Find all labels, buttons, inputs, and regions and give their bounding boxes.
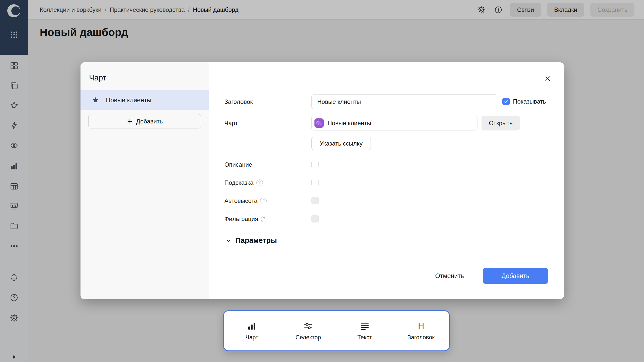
params-section-label: Параметры — [235, 236, 277, 245]
toolbar-item-heading[interactable]: H Заголовок — [393, 311, 449, 350]
filtering-label: Фильтрация ? — [224, 215, 267, 223]
chart-icon — [247, 321, 257, 331]
selector-icon — [303, 321, 313, 331]
toolbar-item-text[interactable]: Текст — [337, 311, 393, 350]
description-checkbox[interactable] — [311, 161, 319, 168]
heading-icon: H — [418, 321, 424, 331]
widget-tab-item[interactable]: Новые клиенты — [80, 90, 209, 110]
hint-label: Подсказка ? — [224, 178, 263, 187]
show-title-label: Показывать — [513, 98, 546, 105]
cancel-button[interactable]: Отменить — [426, 268, 473, 284]
autoheight-checkbox[interactable] — [311, 197, 319, 204]
plus-icon — [127, 118, 133, 125]
specify-link-button[interactable]: Указать ссылку — [311, 137, 371, 150]
chevron-down-icon — [225, 237, 232, 244]
add-tab-button[interactable]: Добавить — [88, 114, 201, 128]
chart-select-field[interactable]: QL Новые клиенты — [311, 116, 477, 130]
toolbar-item-chart[interactable]: Чарт — [224, 311, 280, 350]
check-icon — [504, 99, 509, 104]
chart-select-value: Новые клиенты — [328, 120, 371, 127]
text-icon — [359, 321, 370, 331]
close-icon[interactable] — [542, 73, 553, 84]
title-input[interactable] — [311, 94, 497, 109]
ql-badge: QL — [314, 118, 324, 128]
params-section-toggle[interactable]: Параметры — [225, 236, 277, 245]
description-label: Описание — [224, 160, 252, 169]
hint-question-icon[interactable]: ? — [256, 179, 263, 186]
open-chart-button[interactable]: Открыть — [481, 116, 520, 130]
autoheight-label: Автовысота ? — [224, 197, 267, 205]
add-widget-button[interactable]: Добавить — [483, 268, 548, 284]
show-title-control: Показывать — [502, 98, 546, 105]
show-title-checkbox[interactable] — [502, 98, 510, 105]
title-label: Заголовок — [224, 94, 253, 109]
autoheight-question-icon[interactable]: ? — [260, 198, 267, 204]
widget-tab-label: Новые клиенты — [106, 97, 151, 104]
filtering-checkbox[interactable] — [311, 215, 319, 222]
widget-toolbar: Чарт Селектор Текст H Заголовок — [223, 310, 450, 351]
star-icon — [92, 96, 99, 104]
dialog-title: Чарт — [89, 73, 106, 82]
dialog-tabs-panel: Чарт Новые клиенты Добавить — [80, 62, 209, 299]
toolbar-item-selector[interactable]: Селектор — [280, 311, 336, 350]
hint-checkbox[interactable] — [311, 179, 319, 186]
chart-label: Чарт — [224, 116, 238, 130]
chart-widget-dialog: Чарт Новые клиенты Добавить Заголовок По… — [80, 62, 564, 299]
filtering-question-icon[interactable]: ? — [261, 216, 267, 222]
